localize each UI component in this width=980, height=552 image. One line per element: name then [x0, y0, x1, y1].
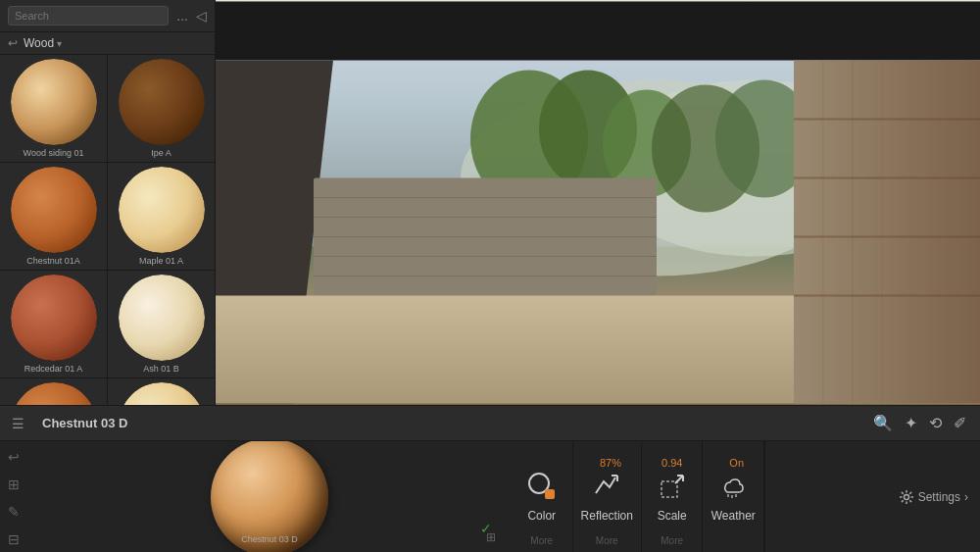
svg-line-42: [902, 491, 904, 493]
properties-area: Color More 87% Reflection More 0.94: [512, 441, 980, 552]
viewport[interactable]: [216, 0, 980, 405]
paint-tool-btn[interactable]: ✐: [952, 412, 968, 434]
collapse-arrow-btn[interactable]: ◁: [196, 8, 207, 24]
material-thumb: [119, 275, 205, 361]
sphere-preview: [11, 167, 97, 253]
preview-area: Chestnut 03 D ✓ ⊞: [27, 441, 512, 552]
sidebar-icon-back[interactable]: ↩: [8, 449, 20, 465]
color-icon-svg: [527, 472, 557, 501]
breadcrumb: Wood ▾: [24, 36, 62, 50]
sphere-preview: [11, 275, 97, 361]
material-name: Maple 01 A: [139, 256, 183, 266]
sidebar-icon-grid[interactable]: ⊞: [8, 477, 20, 492]
material-thumb: [119, 59, 205, 145]
material-thumb: [11, 167, 97, 253]
material-thumb: [119, 382, 205, 405]
bottom-toolbar: ☰ Chestnut 03 D 🔍 ✦ ⟲ ✐: [0, 406, 980, 441]
search-input[interactable]: [8, 6, 169, 25]
selected-material-name: Chestnut 03 D: [42, 416, 127, 430]
svg-line-45: [902, 500, 904, 502]
sphere-preview: [119, 167, 205, 253]
color-more[interactable]: More: [530, 535, 553, 546]
bottom-bar: ☰ Chestnut 03 D 🔍 ✦ ⟲ ✐ ↩ ⊞ ✎ ⊟ → Chestn…: [0, 405, 980, 552]
svg-rect-8: [216, 2, 980, 61]
weather-icon: [718, 472, 748, 501]
material-name: Chestnut 01A: [26, 256, 80, 266]
settings-label: Settings: [918, 490, 960, 504]
material-thumb: [11, 59, 97, 145]
sidebar-icon-edit[interactable]: ✎: [8, 504, 20, 520]
weather-icon-svg: [718, 472, 748, 501]
viewport-tools: 🔍 ✦ ⟲ ✐: [871, 412, 968, 434]
main-area: ... ◁ ↩ Wood ▾ Wood siding 01 I: [0, 0, 980, 405]
property-card-weather[interactable]: On Weather: [703, 441, 764, 552]
scale-icon-svg: [658, 472, 687, 501]
material-name: Ash 01 B: [143, 364, 179, 374]
svg-line-43: [909, 500, 911, 502]
material-item[interactable]: Ipe A: [108, 55, 215, 162]
preview-grid-btn[interactable]: ⊞: [486, 530, 496, 544]
bottom-toolbar-icons: ☰: [12, 416, 24, 431]
toolbar-icon-1[interactable]: ☰: [12, 416, 24, 431]
material-item[interactable]: Maple 02 B: [108, 378, 215, 405]
svg-point-37: [904, 494, 908, 499]
scale-more[interactable]: More: [661, 535, 683, 546]
reflection-more[interactable]: More: [596, 535, 618, 546]
material-item[interactable]: Redcedar 01 A: [0, 271, 107, 377]
scale-value: 0.94: [662, 457, 682, 469]
material-item[interactable]: Redcedar 02 B: [0, 378, 107, 405]
settings-row: Settings ›: [764, 441, 980, 552]
reflection-icon: [592, 472, 621, 501]
property-card-reflection[interactable]: 87% Reflection More: [573, 441, 642, 552]
material-item[interactable]: Maple 01 A: [108, 163, 215, 270]
sphere-preview: [119, 59, 205, 145]
viewport-background: [216, 0, 980, 405]
reflection-value: 87%: [600, 457, 621, 469]
scale-icon: [658, 472, 687, 501]
breadcrumb-label: Wood: [24, 36, 54, 50]
breadcrumb-dropdown-arrow[interactable]: ▾: [57, 38, 62, 49]
bottom-content: ↩ ⊞ ✎ ⊟ → Chestnut 03 D ✓ ⊞ Co: [0, 441, 980, 552]
svg-rect-27: [545, 489, 555, 499]
color-label: Color: [527, 509, 556, 523]
material-item[interactable]: Wood siding 01: [0, 55, 107, 162]
sphere-preview: [119, 382, 205, 405]
weather-value: On: [729, 457, 744, 469]
property-card-scale[interactable]: 0.94 Scale More: [642, 441, 704, 552]
sphere-preview: [119, 275, 205, 361]
preview-material-name: Chestnut 03 D: [241, 534, 298, 544]
more-options-btn[interactable]: ...: [172, 6, 192, 25]
material-item[interactable]: Ash 01 B: [108, 271, 215, 377]
breadcrumb-back-btn[interactable]: ↩: [8, 36, 18, 50]
settings-icon: [899, 489, 914, 505]
material-name: Ipe A: [151, 148, 172, 158]
weather-label: Weather: [711, 509, 756, 523]
property-card-color[interactable]: Color More: [512, 441, 573, 552]
left-panel: ... ◁ ↩ Wood ▾ Wood siding 01 I: [0, 0, 216, 405]
svg-rect-17: [794, 61, 980, 404]
grid-tool-btn[interactable]: ✦: [903, 412, 919, 434]
material-thumb: [119, 167, 205, 253]
settings-btn[interactable]: Settings ›: [899, 489, 968, 505]
reflection-label: Reflection: [581, 509, 633, 523]
material-thumb: [11, 275, 97, 361]
material-name: Wood siding 01: [24, 148, 84, 158]
scale-label: Scale: [658, 509, 687, 523]
transform-tool-btn[interactable]: ⟲: [927, 412, 944, 434]
search-bar: ... ◁: [0, 0, 215, 32]
material-grid: Wood siding 01 Ipe A Chestnut 01A Maple …: [0, 55, 215, 405]
scene-svg: [216, 0, 980, 405]
svg-line-44: [909, 491, 911, 493]
search-tool-btn[interactable]: 🔍: [871, 412, 895, 434]
material-name: Redcedar 01 A: [24, 364, 83, 374]
breadcrumb-row: ↩ Wood ▾: [0, 32, 215, 55]
sidebar-icon-layers[interactable]: ⊟: [8, 531, 20, 547]
svg-line-31: [675, 476, 683, 483]
material-item[interactable]: Chestnut 01A: [0, 163, 107, 270]
reflection-icon-svg: [592, 472, 621, 501]
color-icon: [527, 472, 557, 501]
material-thumb: [11, 382, 97, 405]
sphere-preview: [11, 382, 97, 405]
svg-rect-30: [662, 481, 677, 497]
sphere-preview: [11, 59, 97, 145]
